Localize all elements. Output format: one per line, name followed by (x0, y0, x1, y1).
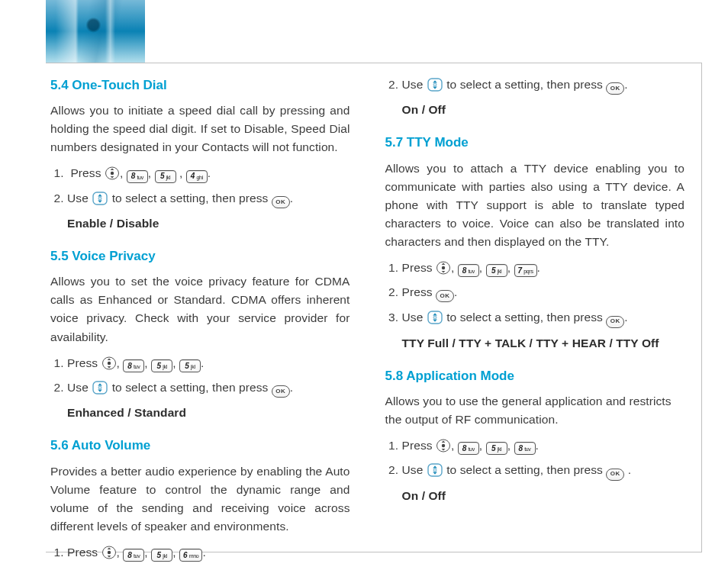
key-4: 4ghi (186, 170, 208, 183)
ok-key-icon: OK (606, 469, 624, 481)
ok-key-icon: OK (272, 385, 290, 398)
nav-key-icon (427, 462, 443, 478)
heading-voice-privacy: 5.5 Voice Privacy (50, 246, 350, 266)
step-text: . (290, 192, 293, 205)
step: Press , 8tuv, 5jkl, 7pqrs. (402, 259, 685, 278)
key-5: 5jkl (155, 170, 176, 183)
nav-key-icon (427, 310, 443, 325)
ok-key-icon: OK (272, 196, 290, 208)
key-5: 5jkl (151, 549, 172, 562)
key-8: 8tuv (123, 359, 144, 372)
desc-one-touch-dial: Allows you to initiate a speed dial call… (50, 101, 350, 156)
center-key-icon (105, 166, 120, 180)
steps-auto-volume-part2: Use to select a setting, then press OK. (385, 76, 685, 95)
step-text: to select a setting, then press (446, 78, 606, 91)
step: Press , 8tuv, 5jkl , 4ghi. (67, 164, 350, 183)
step-text: Use (402, 463, 427, 476)
key-8: 8tuv (123, 549, 144, 562)
key-5: 5jkl (151, 359, 172, 372)
steps-application-mode: Press , 8tuv, 5jkl, 8tuv. Use to select … (385, 436, 685, 481)
step-text: Use (67, 381, 92, 394)
nav-key-icon (92, 380, 108, 395)
steps-one-touch-dial: Press , 8tuv, 5jkl , 4ghi. Use to select… (50, 164, 350, 208)
key-7: 7pqrs (514, 264, 537, 277)
step-text: . (454, 285, 457, 298)
steps-auto-volume-part1: Press , 8tuv, 5jkl, 6mno. (50, 543, 350, 562)
steps-voice-privacy: Press , 8tuv, 5jkl, 5jkl. Use to select … (50, 354, 350, 398)
step-text: Press (67, 356, 101, 369)
step: Press , 8tuv, 5jkl, 6mno. (67, 543, 350, 562)
center-key-icon (436, 439, 451, 453)
step: Press , 8tuv, 5jkl, 8tuv. (402, 436, 685, 456)
options-auto-volume: On / Off (385, 101, 685, 119)
step-text: Press (402, 285, 436, 298)
right-column: Use to select a setting, then press OK. … (385, 71, 685, 552)
left-column: 5.4 One-Touch Dial Allows you to initiat… (50, 71, 350, 552)
step-text: Press (70, 166, 105, 179)
desc-tty-mode: Allows you to attach a TTY device enabli… (385, 159, 685, 251)
step: Press , 8tuv, 5jkl, 5jkl. (67, 354, 350, 373)
desc-voice-privacy: Allows you to set the voice privacy feat… (50, 272, 350, 346)
heading-application-mode: 5.8 Application Mode (385, 366, 685, 386)
center-key-icon (101, 356, 117, 370)
step-text: Press (67, 546, 101, 559)
step-text: Use (67, 192, 92, 205)
heading-auto-volume: 5.6 Auto Volume (50, 436, 350, 456)
step: Use to select a setting, then press OK. (67, 378, 350, 398)
step: Use to select a setting, then press OK. (402, 76, 685, 95)
ok-key-icon: OK (606, 82, 624, 95)
options-application-mode: On / Off (385, 487, 685, 505)
step-text: . (628, 463, 631, 476)
step-text: . (624, 78, 627, 91)
nav-key-icon (92, 191, 108, 206)
heading-tty-mode: 5.7 TTY Mode (385, 133, 685, 153)
center-key-icon (436, 261, 451, 275)
key-5: 5jkl (179, 359, 201, 372)
step-text: . (290, 381, 293, 394)
key-8: 8tuv (458, 442, 479, 455)
nav-key-icon (427, 77, 443, 92)
key-5: 5jkl (486, 264, 507, 277)
step-text: to select a setting, then press (446, 463, 606, 476)
center-key-icon (101, 546, 117, 559)
step: Press OK. (402, 283, 685, 302)
step: Use to select a setting, then press OK. (402, 308, 685, 327)
step-text: to select a setting, then press (112, 381, 272, 394)
key-8: 8tuv (127, 170, 148, 183)
key-8: 8tuv (458, 264, 479, 277)
step-text: Press (402, 439, 436, 452)
step-text: to select a setting, then press (112, 192, 272, 205)
key-5: 5jkl (486, 442, 507, 455)
step-text: Use (402, 78, 427, 91)
steps-tty-mode: Press , 8tuv, 5jkl, 7pqrs. Press OK. Use… (385, 259, 685, 328)
step: Use to select a setting, then press OK . (402, 461, 685, 480)
key-6: 6mno (179, 549, 202, 562)
options-one-touch-dial: Enable / Disable (50, 214, 350, 233)
options-voice-privacy: Enhanced / Standard (50, 404, 350, 422)
desc-application-mode: Allows you to use the general applicatio… (385, 392, 685, 429)
ok-key-icon: OK (606, 316, 624, 328)
key-8: 8tuv (514, 442, 536, 455)
desc-auto-volume: Provides a better audio experience by en… (50, 462, 350, 536)
step-text: . (624, 311, 627, 324)
step-text: to select a setting, then press (446, 311, 606, 324)
ok-key-icon: OK (436, 290, 454, 302)
step-text: Use (402, 311, 427, 324)
options-tty-mode: TTY Full / TTY + TALK / TTY + HEAR / TTY… (385, 334, 685, 353)
page-body: 5.4 One-Touch Dial Allows you to initiat… (46, 63, 702, 552)
step-text: Press (402, 261, 436, 274)
header-photo (46, 0, 145, 63)
heading-one-touch-dial: 5.4 One-Touch Dial (50, 76, 350, 95)
step: Use to select a setting, then press OK. (67, 189, 350, 208)
